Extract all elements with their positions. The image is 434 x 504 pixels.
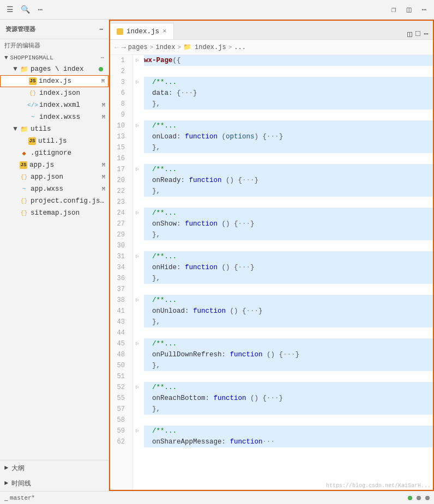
js-file-icon: JS <box>29 77 37 85</box>
line-num-2: 2 <box>110 66 128 77</box>
tab-close-button[interactable]: × <box>162 27 167 35</box>
code-line-2 <box>144 66 433 77</box>
js-file-icon: JS <box>28 137 36 145</box>
tab-label: index.js <box>126 28 159 35</box>
sidebar-item-util-js[interactable]: JS util.js <box>0 135 108 147</box>
sidebar-header: 资源管理器 ⋯ <box>0 20 108 39</box>
code-lines[interactable]: wx-Page({ /**... data: {···} }, /**... o… <box>142 55 433 490</box>
code-line-13: onLoad: function (options) {···} <box>144 131 433 142</box>
sidebar-item-label: util.js <box>38 137 105 145</box>
fold-btn-52[interactable]: ▷ <box>133 382 142 393</box>
fold-btn-24[interactable]: ▷ <box>133 208 142 218</box>
code-area: 1 2 3 6 8 9 10 13 15 16 17 20 22 23 24 2… <box>110 55 433 490</box>
sidebar-item-index-wxml[interactable]: </> index.wxml M <box>0 99 108 111</box>
branch-icon: ⎯ <box>4 495 8 501</box>
fold-btn-17[interactable]: ▷ <box>133 164 142 175</box>
fold-btn-57 <box>133 404 142 415</box>
fold-btn-23 <box>133 197 142 208</box>
editor-more-icon[interactable]: ⋯ <box>424 29 429 39</box>
fold-gutter: ▷ ▷ ▷ ▷ ▷ <box>133 55 142 490</box>
line-num-36: 36 <box>110 273 128 284</box>
code-line-48: onPullDownRefresh: function () {···} <box>144 349 433 360</box>
status-dot <box>99 67 103 71</box>
sidebar-item-label: app.js <box>29 161 100 169</box>
fold-btn-59[interactable]: ▷ <box>133 426 142 436</box>
line-num-8: 8 <box>110 99 128 110</box>
split-editor-icon[interactable]: ◫ <box>407 29 412 39</box>
sidebar-item-utils[interactable]: ▼ 📁 utils <box>0 123 108 135</box>
line-num-15: 15 <box>110 142 128 153</box>
line-num-9: 9 <box>110 110 128 120</box>
back-button[interactable]: ← <box>114 43 119 52</box>
fold-btn-55 <box>133 393 142 404</box>
forward-button[interactable]: → <box>121 43 125 52</box>
chevron-right-icon: ► <box>4 464 8 472</box>
split-icon[interactable]: ◫ <box>403 4 414 15</box>
sidebar-item-label: index.json <box>39 89 105 97</box>
code-line-45: /**... <box>144 338 433 349</box>
fold-btn-38[interactable]: ▷ <box>133 295 142 306</box>
line-num-34: 34 <box>110 262 128 273</box>
sidebar-item-pages-index[interactable]: ▼ 📁 pages \ index <box>0 63 108 75</box>
sidebar-bottom: ► 大纲 ► 时间线 <box>0 460 108 491</box>
fold-btn-48 <box>133 349 142 360</box>
folder-arrow-icon: ▼ <box>11 65 20 73</box>
line-num-38: 38 <box>110 295 128 306</box>
timeline-item[interactable]: ► 时间线 <box>0 476 108 491</box>
code-line-8: }, <box>144 99 433 110</box>
git-branch: ⎯ master* <box>4 495 35 501</box>
breadcrumb-sep3: > <box>228 44 232 51</box>
sidebar-item-app-js[interactable]: JS app.js M <box>0 159 108 171</box>
sidebar-item-label: sitemap.json <box>31 209 105 217</box>
fold-btn-27 <box>133 218 142 229</box>
sidebar-item-gitignore[interactable]: ◆ .gitignore <box>0 147 108 159</box>
editor-content[interactable]: 1 2 3 6 8 9 10 13 15 16 17 20 22 23 24 2… <box>110 55 433 490</box>
fold-btn-31[interactable]: ▷ <box>133 251 142 262</box>
sidebar-item-app-json[interactable]: {} app.json M <box>0 171 108 183</box>
project-more-icon[interactable]: ⋯ <box>100 54 104 61</box>
line-num-20: 20 <box>110 175 128 186</box>
sidebar-item-index-js[interactable]: JS index.js M <box>0 75 108 87</box>
line-num-37: 37 <box>110 284 128 295</box>
code-line-57: }, <box>144 404 433 415</box>
code-line-34: onHide: function () {···} <box>144 262 433 273</box>
editor-area: index.js × ◫ □ ⋯ ← → pages > index > 📁 i… <box>109 20 434 491</box>
m-badge: M <box>101 78 105 84</box>
m-badge: M <box>102 186 105 192</box>
outline-item[interactable]: ► 大纲 <box>0 460 108 476</box>
sidebar-item-app-wxss[interactable]: ~ app.wxss M <box>0 183 108 195</box>
fold-btn-45[interactable]: ▷ <box>133 338 142 349</box>
code-line-24: /**... <box>144 208 433 218</box>
code-line-17: /**... <box>144 164 433 175</box>
line-num-31: 31 <box>110 251 128 262</box>
fold-btn-1[interactable]: ▷ <box>133 55 142 66</box>
layout-icon[interactable]: ❐ <box>388 4 399 15</box>
line-num-27: 27 <box>110 218 128 229</box>
top-toolbar: ☰ 🔍 ⋯ ❐ ◫ ⋯ <box>0 0 434 20</box>
sidebar-item-index-wxss[interactable]: ~ index.wxss M <box>0 111 108 123</box>
fold-btn-3[interactable]: ▷ <box>133 77 142 88</box>
sidebar-more-icon[interactable]: ⋯ <box>99 26 103 33</box>
fold-btn-51 <box>133 371 142 382</box>
more-icon[interactable]: ⋯ <box>35 4 46 15</box>
sidebar-item-sitemap[interactable]: {} sitemap.json <box>0 207 108 219</box>
js-file-icon: JS <box>20 161 27 169</box>
sidebar-item-project-config[interactable]: {} project.config.json <box>0 195 108 207</box>
settings-icon[interactable]: ⋯ <box>419 4 430 15</box>
status-left: ⎯ master* <box>4 495 35 501</box>
fold-btn-10[interactable]: ▷ <box>133 120 142 131</box>
timeline-label: 时间线 <box>11 479 31 488</box>
breadcrumb-index: index <box>155 44 175 51</box>
toggle-layout-icon[interactable]: □ <box>415 29 420 39</box>
breadcrumb-sep2: > <box>177 44 181 51</box>
breadcrumb-file: index.js <box>195 44 226 51</box>
breadcrumb-pages: pages <box>128 44 148 51</box>
sidebar-item-index-json[interactable]: {} index.json <box>0 87 108 99</box>
fold-btn-29 <box>133 229 142 240</box>
line-num-48: 48 <box>110 349 128 360</box>
code-line-29: }, <box>144 229 433 240</box>
editor-tab-index-js[interactable]: index.js × <box>110 23 174 39</box>
sidebar-tree: ▼ 📁 pages \ index JS index.js M {} <box>0 63 108 460</box>
search-icon[interactable]: 🔍 <box>20 4 31 15</box>
menu-icon[interactable]: ☰ <box>4 4 15 15</box>
